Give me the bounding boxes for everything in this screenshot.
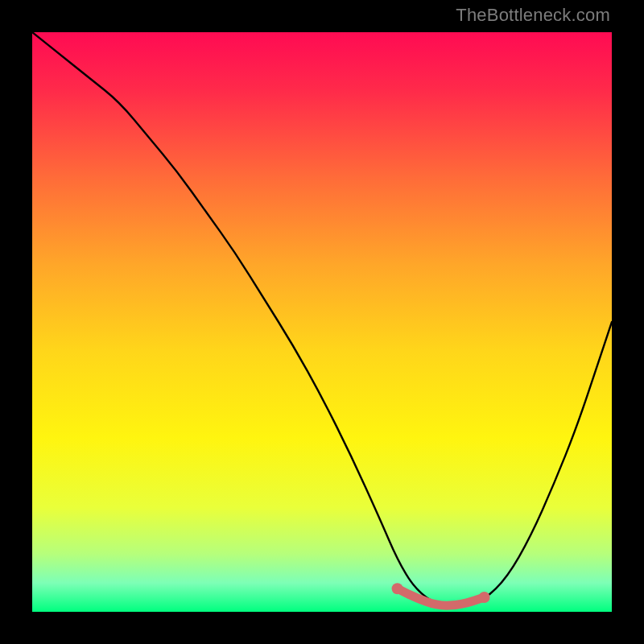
chart-frame: TheBottleneck.com	[0, 0, 644, 644]
plot-area	[32, 32, 612, 612]
watermark-text: TheBottleneck.com	[456, 5, 610, 26]
svg-rect-0	[32, 32, 612, 612]
background-gradient	[32, 32, 612, 612]
